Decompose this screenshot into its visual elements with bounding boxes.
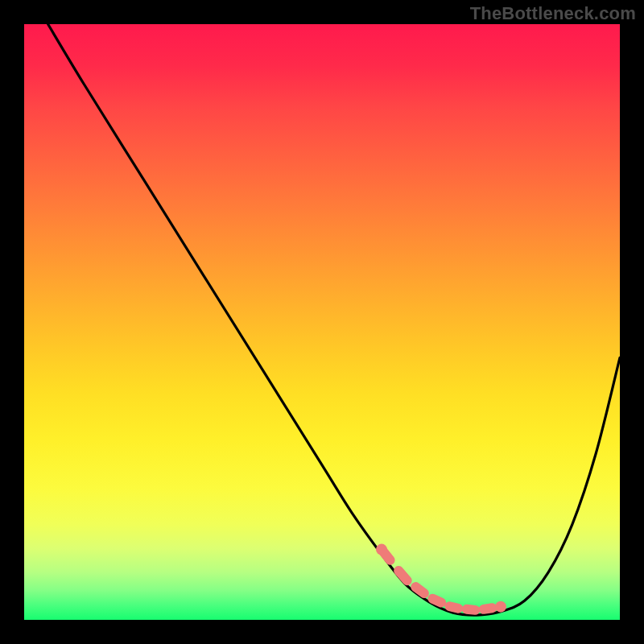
optimal-range-highlight (24, 24, 620, 620)
chart-frame: TheBottleneck.com (0, 0, 644, 644)
svg-point-0 (376, 544, 387, 555)
svg-point-1 (495, 601, 506, 613)
plot-area (24, 24, 620, 620)
watermark-label: TheBottleneck.com (470, 3, 636, 24)
